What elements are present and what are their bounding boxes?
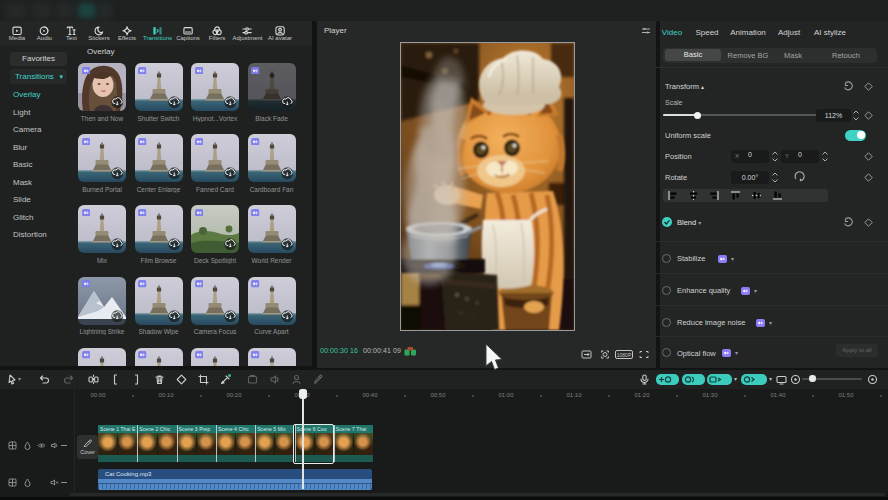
svg-text:1080P: 1080P [617, 352, 632, 358]
